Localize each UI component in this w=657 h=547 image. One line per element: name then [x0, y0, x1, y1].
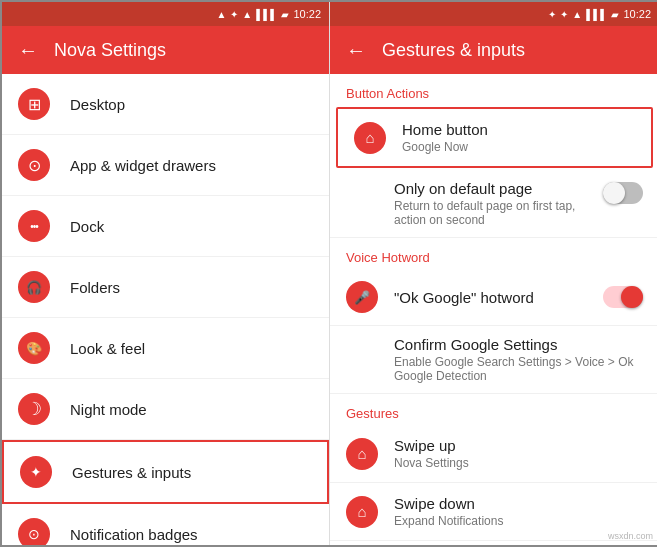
swipe-down-text: Swipe down Expand Notifications: [394, 495, 643, 528]
menu-item-app-widget[interactable]: ⊙ App & widget drawers: [2, 135, 329, 196]
status-bar-right-info: ▲ ✦ ▲ ▌▌▌ ▰ 10:22: [216, 8, 321, 20]
ok-google-icon: 🎤: [346, 281, 378, 313]
notification-icon: ⊙: [18, 518, 50, 545]
dock-icon: •••: [18, 210, 50, 242]
desktop-icon: ⊞: [18, 88, 50, 120]
default-page-title: Only on default page: [394, 180, 587, 197]
time-display-right: 10:22: [623, 8, 651, 20]
gps-icon: ▲: [216, 9, 226, 20]
right-content: Button Actions ⌂ Home button Google Now …: [330, 74, 657, 545]
menu-label-night-mode: Night mode: [70, 401, 147, 418]
menu-item-desktop[interactable]: ⊞ Desktop: [2, 74, 329, 135]
page-title-left: Nova Settings: [54, 40, 166, 61]
status-bar-right: ✦ ✦ ▲ ▌▌▌ ▰ 10:22: [330, 2, 657, 26]
menu-label-notification: Notification badges: [70, 526, 198, 543]
menu-label-app-widget: App & widget drawers: [70, 157, 216, 174]
confirm-google-title: Confirm Google Settings: [394, 336, 643, 353]
signal-bars-icon: ▌▌▌: [256, 9, 277, 20]
setting-default-page[interactable]: Only on default page Return to default p…: [330, 170, 657, 238]
confirm-google-text: Confirm Google Settings Enable Google Se…: [394, 336, 643, 383]
bluetooth-icon-r: ✦: [560, 9, 568, 20]
menu-label-look-feel: Look & feel: [70, 340, 145, 357]
battery-icon-r: ▰: [611, 9, 619, 20]
section-header-voice: Voice Hotword: [330, 238, 657, 269]
menu-label-folders: Folders: [70, 279, 120, 296]
top-bar-right: ← Gestures & inputs: [330, 26, 657, 74]
ok-google-text: "Ok Google" hotword: [394, 289, 587, 306]
time-display: 10:22: [293, 8, 321, 20]
home-button-text: Home button Google Now: [402, 121, 635, 154]
menu-item-look-feel[interactable]: 🎨 Look & feel: [2, 318, 329, 379]
bluetooth-icon: ✦: [230, 9, 238, 20]
gestures-icon: ✦: [20, 456, 52, 488]
look-feel-icon: 🎨: [18, 332, 50, 364]
setting-swipe-down[interactable]: ⌂ Swipe down Expand Notifications: [330, 483, 657, 541]
gps-icon-r: ✦: [548, 9, 556, 20]
right-panel: ✦ ✦ ▲ ▌▌▌ ▰ 10:22 ← Gestures & inputs Bu…: [330, 2, 657, 545]
wifi-signal-icon: ▲: [242, 9, 252, 20]
page-title-right: Gestures & inputs: [382, 40, 525, 61]
section-header-button-actions: Button Actions: [330, 74, 657, 105]
default-page-subtitle: Return to default page on first tap, act…: [394, 199, 587, 227]
setting-swipe-up[interactable]: ⌂ Swipe up Nova Settings: [330, 425, 657, 483]
setting-home-button[interactable]: ⌂ Home button Google Now: [336, 107, 653, 168]
default-page-toggle[interactable]: [603, 182, 643, 204]
swipe-down-title: Swipe down: [394, 495, 643, 512]
menu-item-night-mode[interactable]: ☽ Night mode: [2, 379, 329, 440]
ok-google-knob: [621, 286, 643, 308]
home-button-icon: ⌂: [354, 122, 386, 154]
back-button[interactable]: ←: [18, 39, 38, 62]
wifi-icon-r: ▲: [572, 9, 582, 20]
battery-icon: ▰: [281, 9, 289, 20]
swipe-down-icon: ⌂: [346, 496, 378, 528]
swipe-down-subtitle: Expand Notifications: [394, 514, 643, 528]
top-bar-left: ← Nova Settings: [2, 26, 329, 74]
swipe-up-text: Swipe up Nova Settings: [394, 437, 643, 470]
ok-google-toggle[interactable]: [603, 286, 643, 308]
swipe-up-icon: ⌂: [346, 438, 378, 470]
setting-confirm-google[interactable]: Confirm Google Settings Enable Google Se…: [330, 326, 657, 394]
folders-icon: 🎧: [18, 271, 50, 303]
ok-google-title: "Ok Google" hotword: [394, 289, 587, 306]
swipe-up-subtitle: Nova Settings: [394, 456, 643, 470]
home-button-title: Home button: [402, 121, 635, 138]
night-mode-icon: ☽: [18, 393, 50, 425]
menu-list: ⊞ Desktop ⊙ App & widget drawers ••• Doc…: [2, 74, 329, 545]
left-panel: ▲ ✦ ▲ ▌▌▌ ▰ 10:22 ← Nova Settings ⊞ Desk…: [2, 2, 330, 545]
swipe-up-title: Swipe up: [394, 437, 643, 454]
signal-icon-r: ▌▌▌: [586, 9, 607, 20]
default-page-text: Only on default page Return to default p…: [394, 180, 587, 227]
back-button-right[interactable]: ←: [346, 39, 366, 62]
menu-item-folders[interactable]: 🎧 Folders: [2, 257, 329, 318]
menu-label-desktop: Desktop: [70, 96, 125, 113]
setting-ok-google[interactable]: 🎤 "Ok Google" hotword: [330, 269, 657, 326]
confirm-google-subtitle: Enable Google Search Settings > Voice > …: [394, 355, 643, 383]
section-header-gestures: Gestures: [330, 394, 657, 425]
toggle-knob: [603, 182, 625, 204]
menu-label-gestures: Gestures & inputs: [72, 464, 191, 481]
home-button-subtitle: Google Now: [402, 140, 635, 154]
status-bar-left: ▲ ✦ ▲ ▌▌▌ ▰ 10:22: [2, 2, 329, 26]
status-bar-right-right: ✦ ✦ ▲ ▌▌▌ ▰ 10:22: [548, 8, 651, 20]
menu-item-dock[interactable]: ••• Dock: [2, 196, 329, 257]
menu-item-gestures[interactable]: ✦ Gestures & inputs: [2, 440, 329, 504]
app-widget-icon: ⊙: [18, 149, 50, 181]
menu-label-dock: Dock: [70, 218, 104, 235]
menu-item-notification[interactable]: ⊙ Notification badges: [2, 504, 329, 545]
